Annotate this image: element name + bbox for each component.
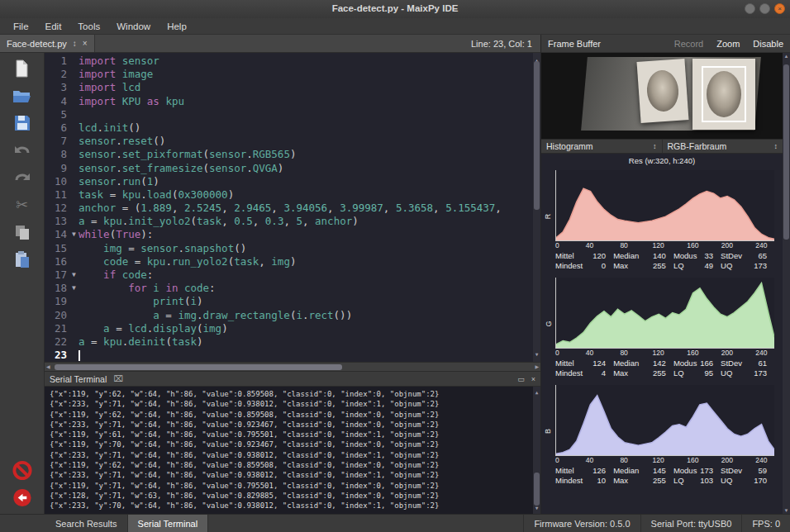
scroll-up-icon[interactable]: ▲ bbox=[783, 54, 790, 59]
tab-serial-terminal[interactable]: Serial Terminal bbox=[128, 515, 209, 532]
undo-button[interactable] bbox=[12, 140, 33, 160]
save-icon bbox=[14, 115, 31, 131]
text-cursor bbox=[79, 350, 80, 361]
code-line[interactable]: 6lcd.init() bbox=[45, 121, 540, 135]
code-line[interactable]: 1import sensor bbox=[45, 55, 540, 68]
code-line[interactable]: 13a = kpu.init_yolo2(task, 0.5, 0.3, 5, … bbox=[45, 215, 540, 228]
editor-horizontal-scrollbar[interactable]: ◀ ▶ bbox=[45, 362, 540, 371]
code-line[interactable]: 21 a = lcd.display(img) bbox=[45, 322, 540, 335]
code-text bbox=[79, 349, 80, 362]
cut-button[interactable]: ✂ bbox=[12, 195, 33, 215]
code-text: anchor = (1.889, 2.5245, 2.9465, 3.94056… bbox=[79, 202, 502, 215]
code-line[interactable]: 15 img = sensor.snapshot() bbox=[45, 242, 540, 255]
colorspace-dropdown[interactable]: RGB-Farbraum ↕ bbox=[663, 140, 783, 153]
stat-pair: Median142 bbox=[613, 359, 673, 368]
panel-vertical-scrollbar[interactable]: ▲ ▼ bbox=[783, 53, 790, 514]
code-line[interactable]: 4import KPU as kpu bbox=[45, 95, 540, 108]
scrollbar-thumb[interactable] bbox=[534, 61, 540, 210]
photo-card bbox=[636, 59, 688, 123]
scrollbar-thumb[interactable] bbox=[783, 64, 789, 240]
stat-pair: Max255 bbox=[613, 261, 673, 270]
x-axis-ticks: 04080120160200240 bbox=[555, 349, 774, 358]
new-file-button[interactable] bbox=[12, 59, 33, 78]
code-line[interactable]: 12anchor = (1.889, 2.5245, 2.9465, 3.940… bbox=[45, 202, 540, 215]
code-line[interactable]: 3import lcd bbox=[45, 81, 540, 94]
menu-tools[interactable]: Tools bbox=[69, 18, 108, 34]
open-file-button[interactable] bbox=[12, 86, 33, 106]
code-line[interactable]: 11task = kpu.load(0x300000) bbox=[45, 188, 540, 202]
scroll-down-icon[interactable]: ▼ bbox=[533, 503, 540, 513]
scrollbar-thumb[interactable] bbox=[534, 473, 540, 506]
fold-gutter bbox=[69, 175, 79, 188]
fold-gutter bbox=[69, 255, 79, 268]
fold-marker-icon[interactable]: ▼ bbox=[69, 282, 79, 295]
terminal-vertical-scrollbar[interactable]: ▲ ▼ bbox=[533, 387, 540, 514]
scroll-up-icon[interactable]: ▲ bbox=[533, 387, 540, 397]
fold-marker-icon[interactable]: ▼ bbox=[69, 268, 79, 282]
copy-icon bbox=[14, 224, 31, 240]
menu-window[interactable]: Window bbox=[108, 18, 159, 34]
x-tick-label: 160 bbox=[687, 349, 698, 357]
tab-switch-icon[interactable]: ↕ bbox=[73, 39, 77, 48]
toolbar-sidebar: ✂ bbox=[0, 53, 45, 514]
run-button[interactable] bbox=[12, 487, 33, 507]
menu-edit[interactable]: Edit bbox=[37, 18, 70, 34]
title-bar[interactable]: Face-detect.py - MaixPy IDE × bbox=[0, 0, 790, 18]
code-line[interactable]: 16 code = kpu.run_yolo2(task, img) bbox=[45, 255, 540, 268]
code-line[interactable]: 10sensor.run(1) bbox=[45, 175, 540, 188]
run-icon bbox=[12, 487, 33, 509]
scroll-left-icon[interactable]: ◀ bbox=[46, 363, 50, 369]
redo-button[interactable] bbox=[12, 168, 33, 188]
save-button[interactable] bbox=[12, 113, 33, 133]
code-line[interactable]: 20 a = img.draw_rectangle(i.rect()) bbox=[45, 309, 540, 322]
fold-gutter bbox=[69, 202, 79, 215]
code-line[interactable]: 14▼while(True): bbox=[45, 228, 540, 241]
copy-button[interactable] bbox=[12, 222, 33, 242]
code-line[interactable]: 19 print(i) bbox=[45, 295, 540, 308]
x-tick-label: 0 bbox=[555, 241, 559, 249]
code-line[interactable]: 23 bbox=[45, 349, 540, 362]
code-line[interactable]: 18▼ for i in code: bbox=[45, 282, 540, 295]
close-panel-icon[interactable]: × bbox=[531, 375, 535, 383]
zoom-button[interactable]: Zoom bbox=[716, 39, 740, 49]
stat-pair: LQ95 bbox=[673, 368, 721, 378]
code-editor[interactable]: 1import sensor2import image3import lcd4i… bbox=[45, 53, 540, 362]
close-button[interactable]: × bbox=[774, 3, 785, 14]
maixpy-ide-window: Face-detect.py - MaixPy IDE × FileEditTo… bbox=[0, 0, 790, 532]
code-line[interactable]: 5 bbox=[45, 108, 540, 121]
tab-search-results[interactable]: Search Results bbox=[45, 515, 128, 532]
editor-vertical-scrollbar[interactable]: ▲ ▼ bbox=[533, 53, 540, 362]
x-tick-label: 120 bbox=[653, 349, 664, 357]
tab-face-detect[interactable]: Face-detect.py ↕ × bbox=[0, 35, 95, 52]
fold-gutter bbox=[69, 215, 79, 228]
serial-terminal[interactable]: {"x":119, "y":62, "w":64, "h":86, "value… bbox=[45, 387, 540, 514]
code-line[interactable]: 8sensor.set_pixformat(sensor.RGB565) bbox=[45, 148, 540, 161]
histogram-dropdown[interactable]: Histogramm ↕ bbox=[541, 140, 663, 153]
code-line[interactable]: 2import image bbox=[45, 68, 540, 81]
clear-terminal-icon[interactable]: ⌧ bbox=[113, 374, 123, 383]
x-tick-label: 0 bbox=[555, 456, 559, 464]
code-line[interactable]: 9sensor.set_framesize(sensor.QVGA) bbox=[45, 162, 540, 175]
code-text: sensor.run(1) bbox=[79, 175, 159, 188]
paste-button[interactable] bbox=[12, 249, 33, 269]
tab-close-icon[interactable]: × bbox=[83, 39, 88, 48]
disconnect-button[interactable] bbox=[12, 460, 33, 480]
terminal-line: {"x":233, "y":70, "w":64, "h":86, "value… bbox=[50, 501, 536, 511]
code-line[interactable]: 7sensor.reset() bbox=[45, 135, 540, 148]
maximize-button[interactable] bbox=[759, 3, 770, 14]
menu-file[interactable]: File bbox=[5, 18, 37, 34]
detach-panel-icon[interactable]: ▭ bbox=[517, 375, 525, 383]
minimize-button[interactable] bbox=[745, 3, 755, 14]
scrollbar-thumb[interactable] bbox=[55, 364, 342, 370]
scroll-down-icon[interactable]: ▼ bbox=[533, 348, 540, 361]
fold-marker-icon[interactable]: ▼ bbox=[69, 228, 79, 241]
record-button[interactable]: Record bbox=[674, 39, 703, 49]
scroll-down-icon[interactable]: ▼ bbox=[783, 508, 790, 513]
terminal-line: {"x":233, "y":71, "w":64, "h":86, "value… bbox=[50, 450, 536, 460]
x-tick-label: 160 bbox=[687, 241, 698, 249]
disable-button[interactable]: Disable bbox=[753, 39, 783, 49]
code-line[interactable]: 17▼ if code: bbox=[45, 268, 540, 282]
scroll-right-icon[interactable]: ▶ bbox=[535, 363, 539, 369]
menu-help[interactable]: Help bbox=[159, 18, 195, 34]
code-line[interactable]: 22a = kpu.deinit(task) bbox=[45, 335, 540, 349]
